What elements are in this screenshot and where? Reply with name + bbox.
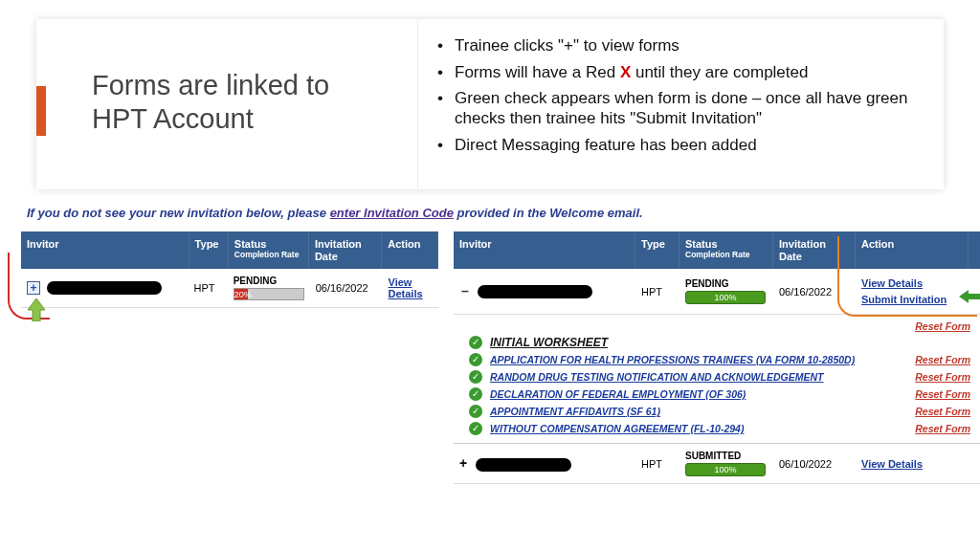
form-link[interactable]: DECLARATION OF FEDERAL EMPLOYMENT (OF 30… <box>490 388 915 400</box>
hdr-type: Type <box>189 231 229 269</box>
progress-bar: 20% <box>234 288 304 300</box>
form-link[interactable]: APPLICATION FOR HEALTH PROFESSIONS TRAIN… <box>490 354 915 365</box>
cell-type: HPT <box>635 279 679 304</box>
form-link[interactable]: RANDOM DRUG TESTING NOTIFICATION AND ACK… <box>490 371 915 383</box>
form-row: ✓RANDOM DRUG TESTING NOTIFICATION AND AC… <box>469 368 970 386</box>
forms-list: Reset Form ✓INITIAL WORKSHEET✓APPLICATIO… <box>454 315 980 443</box>
redacted-name <box>478 285 592 298</box>
bullet-item: Green check appears when form is done – … <box>435 89 915 128</box>
cell-action: View Details <box>856 452 969 476</box>
check-icon: ✓ <box>469 387 482 401</box>
view-details-link[interactable]: View Details <box>861 458 923 470</box>
slide-card: Forms are linked to HPT Account Trainee … <box>36 19 944 189</box>
arrow-up-icon <box>28 298 45 321</box>
check-icon: ✓ <box>469 405 482 418</box>
form-link[interactable]: WITHOUT COMPENSATION AGREEMENT (FL-10-29… <box>490 423 915 434</box>
cell-date: 06/10/2022 <box>773 452 856 476</box>
check-icon: ✓ <box>469 422 482 435</box>
collapse-icon[interactable]: – <box>459 286 471 298</box>
form-row: ✓APPLICATION FOR HEALTH PROFESSIONS TRAI… <box>469 351 970 368</box>
bullet-item: Trainee clicks "+" to view forms <box>435 36 915 56</box>
cell-type: HPT <box>189 276 228 300</box>
callout-bracket-right <box>837 236 977 317</box>
redacted-name <box>476 458 571 472</box>
form-row: ✓DECLARATION OF FEDERAL EMPLOYMENT (OF 3… <box>469 386 970 403</box>
cell-action: View Details <box>383 270 438 306</box>
hdr-type: Type <box>635 231 679 269</box>
cell-date: 06/16/2022 <box>310 276 383 300</box>
reset-form-link[interactable]: Reset Form <box>915 406 970 417</box>
redacted-name <box>47 281 162 295</box>
form-link[interactable]: INITIAL WORKSHEET <box>490 336 970 349</box>
form-link[interactable]: APPOINTMENT AFFIDAVITS (SF 61) <box>490 406 915 417</box>
form-row: ✓APPOINTMENT AFFIDAVITS (SF 61)Reset For… <box>469 403 970 420</box>
expand-icon[interactable]: + <box>459 455 467 471</box>
form-row: ✓WITHOUT COMPENSATION AGREEMENT (FL-10-2… <box>469 420 970 437</box>
table-header: Invitor Type Status Completion Rate Invi… <box>21 231 438 269</box>
check-icon: ✓ <box>469 336 482 349</box>
helper-text: If you do not see your new invitation be… <box>27 206 643 220</box>
reset-form-link[interactable]: Reset Form <box>915 388 970 400</box>
view-details-link[interactable]: View Details <box>389 276 423 299</box>
reset-form-link[interactable]: Reset Form <box>915 354 970 365</box>
table-row: + HPT SUBMITTED 100% 06/10/2022 View Det… <box>454 443 980 484</box>
cell-invitor: + <box>454 449 635 478</box>
cell-status: PENDING 20% <box>228 269 310 307</box>
bullet-item: Direct Messaging feature has been added <box>435 136 915 156</box>
hdr-status: Status Completion Rate <box>229 231 309 269</box>
accent-bar <box>36 86 46 136</box>
cell-type: HPT <box>635 452 679 476</box>
hdr-invitor: Invitor <box>454 231 635 269</box>
table-row: + HPT PENDING 20% 06/16/2022 View Detail… <box>21 269 438 308</box>
check-icon: ✓ <box>469 353 482 366</box>
reset-form-link[interactable]: Reset Form <box>915 320 970 332</box>
hdr-date: Invitation Date <box>309 231 382 269</box>
reset-form-link[interactable]: Reset Form <box>915 423 970 434</box>
cell-invitor: – <box>454 278 635 305</box>
progress-bar: 100% <box>685 291 766 304</box>
check-icon: ✓ <box>469 370 482 384</box>
invitation-table-left: Invitor Type Status Completion Rate Invi… <box>21 231 438 308</box>
enter-code-link[interactable]: enter Invitation Code <box>330 206 454 220</box>
bullets-area: Trainee clicks "+" to view formsForms wi… <box>417 19 944 189</box>
title-area: Forms are linked to HPT Account <box>36 19 417 189</box>
hdr-status: Status Completion Rate <box>679 231 773 269</box>
helper-pre: If you do not see your new invitation be… <box>27 206 330 220</box>
progress-bar: 100% <box>685 463 766 476</box>
bullet-item: Forms will have a Red X until they are c… <box>435 63 915 83</box>
helper-post: provided in the Welcome email. <box>454 206 643 220</box>
slide-title: Forms are linked to HPT Account <box>92 69 389 136</box>
cell-status: PENDING 100% <box>679 272 773 311</box>
hdr-action: Action <box>382 231 438 269</box>
reset-form-link[interactable]: Reset Form <box>915 371 970 383</box>
form-row: ✓INITIAL WORKSHEET <box>469 334 970 351</box>
cell-status: SUBMITTED 100% <box>679 444 773 483</box>
